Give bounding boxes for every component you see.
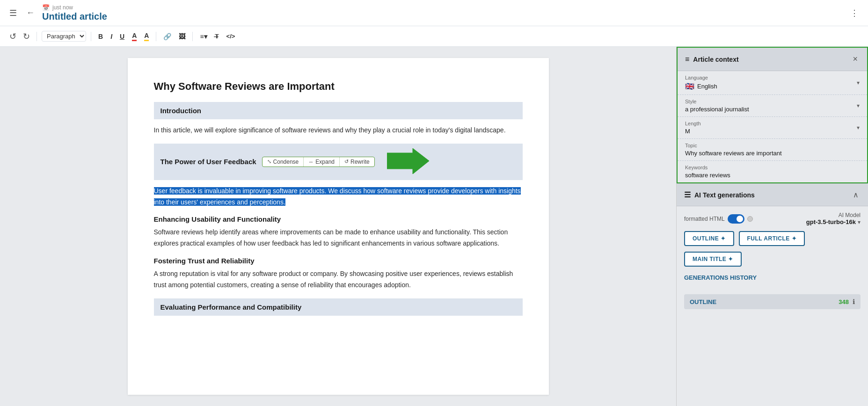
toggle-dot bbox=[737, 216, 743, 222]
history-label: OUTLINE bbox=[690, 298, 716, 305]
calendar-icon: 📅 bbox=[42, 4, 50, 11]
separator3 bbox=[156, 32, 156, 41]
info-icon[interactable]: ℹ bbox=[853, 298, 855, 305]
highlighted-paragraph: User feedback is invaluable in improving… bbox=[154, 186, 523, 208]
toggle-wrap: formatted HTML bbox=[684, 214, 753, 224]
section-heading-intro: Introduction bbox=[154, 102, 523, 119]
keywords-item: Keywords software reviews bbox=[678, 161, 867, 182]
language-item: Language 🇬🇧 English ▾ bbox=[678, 71, 867, 95]
menu-button[interactable]: ☰ bbox=[7, 6, 19, 20]
redo-button[interactable]: ↻ bbox=[21, 29, 32, 44]
article-context-title: ≡ Article context bbox=[685, 55, 739, 64]
list-icon: ☰ bbox=[684, 190, 691, 199]
undo-button[interactable]: ↺ bbox=[7, 29, 18, 44]
section4-paragraph: A strong reputation is vital for any sof… bbox=[154, 268, 523, 291]
separator2 bbox=[91, 32, 91, 41]
clear-format-button[interactable]: T̶ bbox=[212, 31, 221, 41]
section2-label: The Power of User Feedback bbox=[160, 158, 256, 166]
svg-marker-0 bbox=[387, 148, 429, 174]
highlight-color-button[interactable]: A bbox=[142, 30, 151, 43]
style-value: a professional journalist bbox=[685, 106, 749, 113]
main-title-button[interactable]: MAIN TITLE ✦ bbox=[684, 252, 742, 267]
length-label: Length bbox=[685, 121, 701, 126]
ai-buttons-row1: OUTLINE ✦ FULL ARTICLE ✦ bbox=[684, 231, 861, 246]
editor-area: Why Software Reviews are Important Intro… bbox=[0, 47, 676, 406]
condense-icon: ⤡ bbox=[267, 159, 271, 165]
toggle-circle[interactable] bbox=[747, 216, 753, 222]
section-heading-feedback: The Power of User Feedback ⤡ Condense ↔ … bbox=[154, 144, 523, 180]
close-context-button[interactable]: × bbox=[851, 52, 860, 66]
inline-toolbar: ⤡ Condense ↔ Expand ↺ Rewrite bbox=[262, 157, 375, 167]
length-row: Length M ▾ bbox=[685, 121, 860, 135]
ai-model-value: gpt-3.5-turbo-16k bbox=[806, 218, 856, 225]
topic-label: Topic bbox=[685, 143, 860, 148]
expand-label: Expand bbox=[315, 159, 335, 165]
length-chevron-icon[interactable]: ▾ bbox=[857, 124, 860, 131]
outline-button[interactable]: OUTLINE ✦ bbox=[684, 231, 734, 246]
rewrite-button[interactable]: ↺ Rewrite bbox=[340, 157, 374, 167]
text-color-button[interactable]: A bbox=[130, 30, 139, 43]
rewrite-label: Rewrite bbox=[350, 159, 370, 165]
language-chevron-icon[interactable]: ▾ bbox=[857, 80, 860, 86]
style-chevron-icon[interactable]: ▾ bbox=[857, 102, 860, 109]
bold-button[interactable]: B bbox=[96, 31, 105, 42]
link-button[interactable]: 🔗 bbox=[161, 31, 174, 42]
condense-button[interactable]: ⤡ Condense bbox=[263, 157, 304, 167]
ai-model-chevron-icon[interactable]: ▾ bbox=[858, 219, 861, 225]
style-item: Style a professional journalist ▾ bbox=[678, 95, 867, 117]
italic-button[interactable]: I bbox=[108, 31, 115, 42]
code-button[interactable]: </> bbox=[224, 31, 238, 41]
article-context-label: Article context bbox=[693, 56, 738, 63]
section1-label: Introduction bbox=[160, 107, 201, 115]
formatted-html-label: formatted HTML bbox=[684, 216, 725, 222]
formatted-html-toggle[interactable] bbox=[728, 214, 744, 224]
section5-label: Evaluating Performance and Compatibility bbox=[160, 303, 302, 311]
section3-paragraph: Software reviews help identify areas whe… bbox=[154, 227, 523, 249]
more-options-button[interactable]: ⋮ bbox=[848, 6, 861, 20]
gen-history-title: GENERATIONS HISTORY bbox=[684, 272, 861, 285]
collapse-ai-button[interactable]: ∧ bbox=[851, 188, 861, 201]
editor-paper: Why Software Reviews are Important Intro… bbox=[128, 58, 549, 395]
topic-value: Why software reviews are important bbox=[685, 150, 860, 157]
language-text: English bbox=[697, 83, 717, 90]
green-arrow-annotation bbox=[387, 148, 429, 175]
flag-icon: 🇬🇧 bbox=[685, 82, 694, 91]
ai-model-wrap: AI Model gpt-3.5-turbo-16k ▾ bbox=[806, 212, 861, 225]
highlighted-text: User feedback is invaluable in improving… bbox=[154, 187, 521, 206]
history-right: 348 ℹ bbox=[839, 298, 855, 305]
ai-section-title: ☰ AI Text generations bbox=[684, 190, 755, 199]
article-main-title: Why Software Reviews are Important bbox=[154, 80, 523, 93]
back-button[interactable]: ← bbox=[24, 6, 36, 20]
keywords-value: software reviews bbox=[685, 172, 860, 179]
ai-buttons-row2: MAIN TITLE ✦ bbox=[684, 252, 861, 267]
topic-item: Topic Why software reviews are important bbox=[678, 139, 867, 161]
expand-icon: ↔ bbox=[308, 159, 314, 165]
length-value: M bbox=[685, 128, 701, 135]
timestamp: just now bbox=[52, 4, 73, 11]
ai-text-section: ☰ AI Text generations ∧ formatted HTML bbox=[677, 183, 868, 315]
separator1 bbox=[36, 32, 37, 41]
language-left: Language 🇬🇧 English bbox=[685, 75, 717, 91]
section4-heading: Fostering Trust and Reliability bbox=[154, 257, 523, 265]
intro-paragraph: In this article, we will explore signifi… bbox=[154, 125, 523, 136]
separator4 bbox=[192, 32, 193, 41]
style-left: Style a professional journalist bbox=[685, 99, 749, 113]
ai-controls: formatted HTML AI Model gpt-3.5-turbo-16… bbox=[677, 206, 868, 315]
align-button[interactable]: ≡▾ bbox=[197, 31, 209, 42]
image-button[interactable]: 🖼 bbox=[176, 31, 188, 42]
rewrite-icon: ↺ bbox=[344, 159, 349, 165]
full-article-button[interactable]: FULL ARTICLE ✦ bbox=[739, 231, 805, 246]
underline-button[interactable]: U bbox=[117, 31, 127, 42]
keywords-label: Keywords bbox=[685, 165, 860, 170]
top-bar: ☰ ← 📅 just now Untitled article ⋮ bbox=[0, 0, 868, 26]
expand-button[interactable]: ↔ Expand bbox=[304, 157, 340, 167]
ai-model-row: gpt-3.5-turbo-16k ▾ bbox=[806, 218, 861, 225]
article-title-topbar: Untitled article bbox=[42, 11, 107, 22]
history-item: OUTLINE 348 ℹ bbox=[684, 294, 861, 309]
sliders-icon: ≡ bbox=[685, 55, 689, 64]
length-item: Length M ▾ bbox=[678, 117, 867, 139]
article-context-section: ≡ Article context × Language 🇬🇧 English … bbox=[677, 47, 868, 183]
formatted-html-row: formatted HTML AI Model gpt-3.5-turbo-16… bbox=[684, 212, 861, 225]
style-row: Style a professional journalist ▾ bbox=[685, 99, 860, 113]
paragraph-style-select[interactable]: Paragraph bbox=[42, 31, 86, 42]
